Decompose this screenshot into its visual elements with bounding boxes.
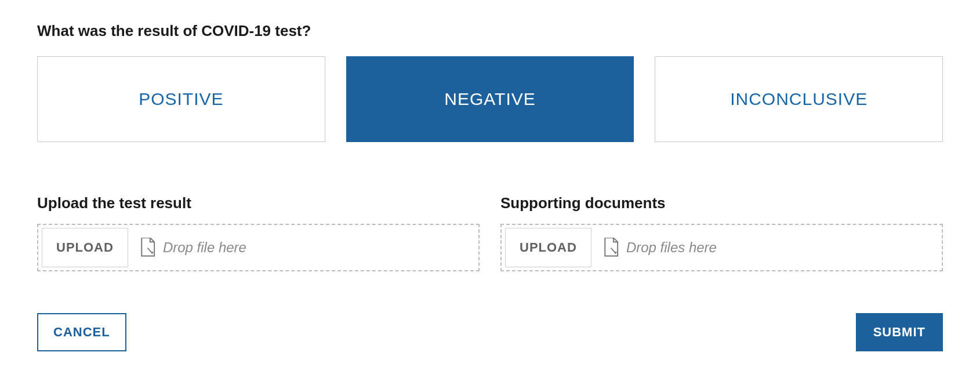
actions-row: CANCEL SUBMIT xyxy=(37,313,943,351)
upload-test-result-group: Upload the test result UPLOAD Drop file … xyxy=(37,194,480,271)
upload-test-result-label: Upload the test result xyxy=(37,194,480,212)
upload-supporting-dropzone[interactable]: UPLOAD Drop files here xyxy=(500,224,943,271)
upload-supporting-placeholder: Drop files here xyxy=(626,239,717,256)
option-inconclusive[interactable]: INCONCLUSIVE xyxy=(655,56,943,142)
upload-test-result-button[interactable]: UPLOAD xyxy=(42,228,128,267)
upload-test-result-hint: Drop file here xyxy=(139,238,246,257)
upload-row: Upload the test result UPLOAD Drop file … xyxy=(37,194,943,271)
cancel-button[interactable]: CANCEL xyxy=(37,313,126,351)
upload-supporting-hint: Drop files here xyxy=(602,238,717,257)
option-negative[interactable]: NEGATIVE xyxy=(346,56,634,142)
upload-supporting-label: Supporting documents xyxy=(500,194,943,212)
upload-test-result-placeholder: Drop file here xyxy=(163,239,246,256)
options-row: POSITIVE NEGATIVE INCONCLUSIVE xyxy=(37,56,943,142)
question-title: What was the result of COVID-19 test? xyxy=(37,22,943,40)
file-upload-icon xyxy=(139,238,156,257)
upload-supporting-group: Supporting documents UPLOAD Drop files h… xyxy=(500,194,943,271)
upload-test-result-dropzone[interactable]: UPLOAD Drop file here xyxy=(37,224,480,271)
submit-button[interactable]: SUBMIT xyxy=(856,313,943,351)
option-positive[interactable]: POSITIVE xyxy=(37,56,325,142)
file-upload-icon xyxy=(602,238,619,257)
upload-supporting-button[interactable]: UPLOAD xyxy=(505,228,591,267)
